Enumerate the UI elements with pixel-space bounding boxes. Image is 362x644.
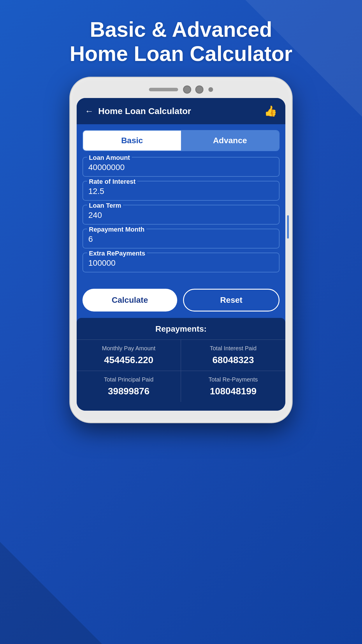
phone-camera-main [184,86,190,93]
back-icon[interactable]: ← [85,107,94,116]
field-repayment-month[interactable]: Repayment Month 6 [82,229,280,249]
field-repayment-month-label: Repayment Month [87,225,146,234]
field-loan-amount-value: 40000000 [88,163,274,172]
app-bar-title: Home Loan Calculator [98,106,191,116]
phone-frame: ← Home Loan Calculator 👍 Basic Advance L… [70,78,292,422]
field-rate-of-interest-value: 12.5 [88,187,274,196]
field-extra-repayments-value: 100000 [88,258,274,268]
form-area: Loan Amount 40000000 Rate of Interest 12… [77,151,285,282]
thumbs-up-icon[interactable]: 👍 [264,105,277,117]
field-extra-repayments[interactable]: Extra RePayments 100000 [82,253,280,272]
result-label-monthly-pay: Monthly Pay Amount [82,345,175,352]
results-grid: Monthly Pay Amount 454456.220 Total Inte… [77,340,285,402]
field-loan-amount[interactable]: Loan Amount 40000000 [82,157,280,177]
result-label-total-interest: Total Interest Paid [186,345,280,352]
phone-sensor [208,87,213,92]
result-value-total-interest: 68048323 [186,355,280,365]
result-value-total-repayments: 108048199 [186,386,280,397]
field-loan-amount-label: Loan Amount [87,153,132,162]
result-label-total-repayments: Total Re-Payments [186,376,280,383]
results-title: Repayments: [77,324,285,334]
field-repayment-month-value: 6 [88,235,274,244]
result-value-total-principal: 39899876 [82,386,175,397]
phone-speaker [149,88,178,91]
field-rate-of-interest[interactable]: Rate of Interest 12.5 [82,181,280,201]
result-value-monthly-pay: 454456.220 [82,355,175,365]
field-extra-repayments-label: Extra RePayments [87,249,147,258]
reset-button[interactable]: Reset [183,289,280,312]
result-cell-monthly-pay: Monthly Pay Amount 454456.220 [77,340,181,371]
phone-scrollbar [287,215,289,239]
field-rate-of-interest-label: Rate of Interest [87,177,137,186]
result-label-total-principal: Total Principal Paid [82,376,175,383]
page-title: Basic & Advanced Home Loan Calculator [52,18,310,66]
tab-basic[interactable]: Basic [83,131,181,150]
results-area: Repayments: Monthly Pay Amount 454456.22… [77,318,285,411]
result-cell-total-principal: Total Principal Paid 39899876 [77,371,181,402]
tab-advance[interactable]: Advance [181,131,279,150]
buttons-row: Calculate Reset [82,289,280,312]
field-loan-term-value: 240 [88,211,274,220]
phone-screen: ← Home Loan Calculator 👍 Basic Advance L… [77,98,285,411]
field-loan-term-label: Loan Term [87,201,123,210]
result-cell-total-interest: Total Interest Paid 68048323 [181,340,285,371]
result-cell-total-repayments: Total Re-Payments 108048199 [181,371,285,402]
field-loan-term[interactable]: Loan Term 240 [82,205,280,225]
app-bar: ← Home Loan Calculator 👍 [77,98,285,124]
tab-bar: Basic Advance [82,130,280,151]
calculate-button[interactable]: Calculate [82,289,177,312]
phone-camera-secondary [196,86,203,93]
